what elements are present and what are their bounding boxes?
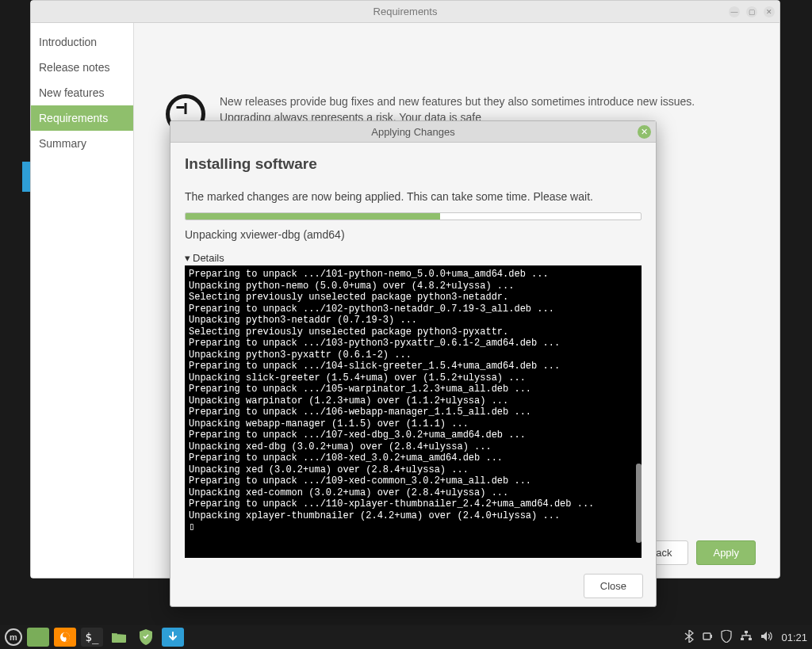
svg-rect-2	[710, 635, 712, 638]
taskbar: m $_ 01:21	[0, 625, 812, 649]
details-label: Details	[193, 252, 224, 264]
window-title: Requirements	[373, 6, 438, 17]
dialog-heading: Installing software	[185, 155, 642, 173]
svg-rect-4	[741, 638, 744, 640]
progress-bar-fill	[186, 213, 440, 220]
progress-status: Unpacking xviewer-dbg (amd64)	[185, 228, 642, 241]
update-manager-launcher[interactable]	[162, 628, 184, 647]
dialog-titlebar[interactable]: Applying Changes ✕	[170, 121, 656, 143]
details-toggle[interactable]: ▾ Details	[185, 252, 642, 264]
firefox-launcher[interactable]	[54, 628, 76, 647]
files-launcher[interactable]	[108, 628, 130, 647]
window-titlebar[interactable]: Requirements	[31, 1, 779, 23]
terminal-output[interactable]: Preparing to unpack .../101-python-nemo_…	[185, 265, 642, 558]
chevron-down-icon: ▾	[185, 252, 190, 264]
apply-button[interactable]: Apply	[696, 540, 756, 565]
security-tray-icon[interactable]	[721, 630, 732, 645]
close-button[interactable]: Close	[584, 574, 643, 598]
svg-rect-1	[703, 633, 710, 639]
dialog-title: Applying Changes	[371, 126, 455, 138]
svg-rect-3	[745, 631, 748, 633]
power-icon[interactable]	[702, 631, 713, 644]
maximize-button[interactable]	[746, 6, 757, 17]
minimize-button[interactable]	[729, 6, 740, 17]
terminal-launcher[interactable]: $_	[81, 628, 103, 647]
bluetooth-icon[interactable]	[684, 630, 694, 645]
progress-bar-track	[185, 212, 642, 220]
network-icon[interactable]	[740, 631, 753, 644]
clock[interactable]: 01:21	[781, 632, 807, 643]
sidebar-item-summary[interactable]: Summary	[31, 131, 133, 156]
terminal-scrollbar[interactable]	[636, 464, 642, 543]
show-desktop-button[interactable]	[27, 628, 49, 647]
sidebar-item-release-notes[interactable]: Release notes	[31, 55, 133, 80]
sidebar: Introduction Release notes New features …	[31, 23, 134, 578]
close-button[interactable]	[764, 6, 775, 17]
sidebar-item-introduction[interactable]: Introduction	[31, 29, 133, 55]
svg-rect-5	[749, 638, 752, 640]
menu-button[interactable]: m	[5, 628, 22, 646]
applying-changes-dialog: Applying Changes ✕ Installing software T…	[170, 120, 657, 607]
sidebar-item-requirements[interactable]: Requirements	[31, 105, 133, 131]
dialog-close-button[interactable]: ✕	[638, 125, 651, 139]
sidebar-item-new-features[interactable]: New features	[31, 80, 133, 105]
shield-launcher[interactable]	[135, 628, 157, 647]
volume-icon[interactable]	[760, 631, 773, 644]
dialog-message: The marked changes are now being applied…	[185, 190, 642, 203]
